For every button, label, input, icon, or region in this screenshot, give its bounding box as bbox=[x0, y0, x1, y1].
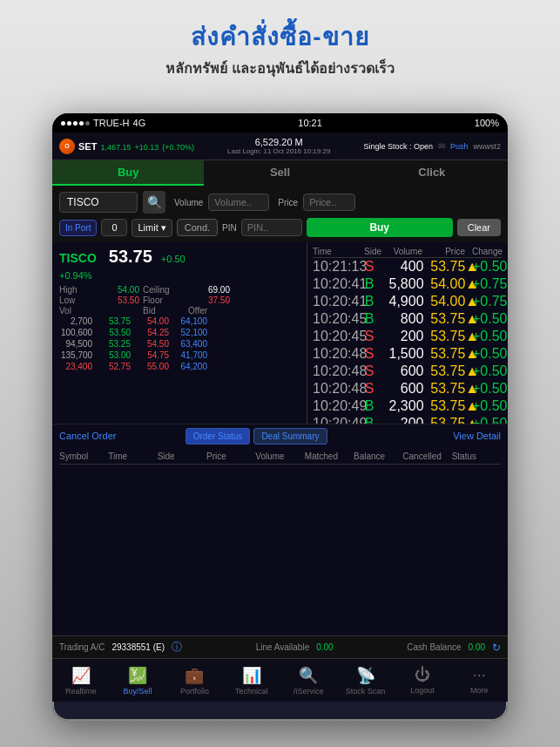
low-label: Low bbox=[59, 295, 94, 305]
tab-sell[interactable]: Sell bbox=[204, 160, 355, 186]
buy-button[interactable]: Buy bbox=[307, 218, 453, 237]
volume-label: Volume bbox=[174, 198, 203, 207]
trade-row: 10:20:41 B 5,800 54.00▲ +0.75 bbox=[313, 275, 503, 293]
signal-dot-4 bbox=[79, 121, 84, 126]
nav-portfolio[interactable]: 💼 Portfolio bbox=[166, 659, 223, 702]
stock-change: +0.50 bbox=[161, 254, 186, 264]
trade-history: Time Side Volume Price Change 10:21:13 S… bbox=[307, 242, 508, 424]
technical-icon: 📊 bbox=[242, 666, 261, 685]
floor-label: Floor bbox=[143, 295, 185, 305]
trade-change: +0.75 bbox=[472, 294, 503, 309]
tab-click[interactable]: Click bbox=[356, 160, 508, 186]
ceiling-label: Ceiling bbox=[143, 285, 185, 295]
trade-time: 10:20:48 bbox=[313, 363, 358, 379]
trade-change: +0.75 bbox=[472, 276, 503, 292]
price-input[interactable] bbox=[303, 194, 355, 211]
nav-logout[interactable]: ⏻ Logout bbox=[394, 659, 450, 702]
vol4: 135,700 bbox=[59, 350, 94, 361]
qty5: 64,200 bbox=[174, 361, 209, 372]
nav-iservice[interactable]: 🔍 /iService bbox=[280, 659, 337, 702]
ba-row-3: 94,500 53.25 54.50 63,400 bbox=[59, 338, 300, 350]
symbol-input[interactable] bbox=[59, 192, 138, 213]
limit-selector[interactable]: Limit ▾ bbox=[132, 219, 172, 237]
order-table-header: Symbol Time Side Price Volume Matched Ba… bbox=[59, 452, 501, 465]
trade-time: 10:20:48 bbox=[313, 381, 358, 397]
ba-row-5: 23,400 52.75 55.00 64,200 bbox=[59, 361, 300, 372]
login-label: Last Login: 11 Oct 2016 10:19:29 bbox=[227, 147, 330, 155]
ask4: 54.75 bbox=[136, 350, 171, 361]
trade-volume: 200 bbox=[389, 416, 424, 424]
pin-input[interactable] bbox=[241, 219, 302, 236]
realtime-label: Realtime bbox=[65, 687, 97, 696]
left-panel: TISCO 53.75 +0.50 +0.94% High 54.00 Ceil… bbox=[52, 242, 307, 424]
time-label: 10:21 bbox=[298, 118, 322, 128]
form-row-2: In Port 0 Limit ▾ Cond. PIN Buy Clear bbox=[59, 218, 501, 237]
tab-buy[interactable]: Buy bbox=[52, 160, 204, 186]
trade-price: 54.00▲ bbox=[430, 276, 465, 292]
volume-input[interactable] bbox=[208, 194, 269, 211]
nav-stockscan[interactable]: 📡 Stock Scan bbox=[337, 659, 394, 702]
trade-change: +0.50 bbox=[472, 416, 503, 424]
qty3: 63,400 bbox=[174, 338, 209, 350]
more-label: More bbox=[470, 686, 489, 695]
limit-label: Limit bbox=[138, 222, 158, 233]
trade-price: 54.00▲ bbox=[430, 294, 465, 309]
ba-row-2: 100,600 53.50 54.25 52,100 bbox=[59, 327, 300, 338]
view-detail-button[interactable]: View Detail bbox=[453, 431, 501, 441]
account-label: Trading A/C bbox=[59, 642, 105, 652]
deal-summary-button[interactable]: Deal Summary bbox=[253, 428, 327, 445]
cancel-order-button[interactable]: Cancel Order bbox=[59, 431, 186, 441]
cond-button[interactable]: Cond. bbox=[177, 219, 218, 236]
nav-realtime[interactable]: 📈 Realtime bbox=[52, 659, 109, 702]
hi-lo-grid: High 54.00 Ceiling 69.00 Low 53.50 Floor… bbox=[59, 285, 300, 316]
col-status: Status bbox=[452, 452, 501, 461]
high-label: High bbox=[59, 285, 94, 295]
signal-dot-3 bbox=[73, 121, 78, 126]
nav-buysell[interactable]: 💹 Buy/Sell bbox=[109, 659, 165, 702]
trade-row: 10:21:13 S 400 53.75▲ +0.50 bbox=[313, 258, 503, 275]
stock-row-1: TISCO 53.75 +0.50 +0.94% High 54.00 Ceil… bbox=[52, 242, 307, 374]
search-button[interactable]: 🔍 bbox=[143, 191, 165, 214]
line-label: Line Available bbox=[256, 642, 310, 652]
trade-time: 10:21:13 bbox=[313, 259, 358, 275]
th-col-time: Time bbox=[313, 247, 358, 256]
index-value: 1,467.15 bbox=[100, 143, 131, 152]
nav-more[interactable]: ··· More bbox=[451, 659, 508, 702]
bottom-bar: Trading A/C 29338551 (E) ⓘ Line Availabl… bbox=[52, 635, 508, 658]
ba-row-1: 2,700 53.75 54.00 64,100 bbox=[59, 316, 300, 327]
trade-time: 10:20:41 bbox=[313, 294, 358, 309]
trade-price: 53.75▲ bbox=[430, 363, 465, 379]
trade-price: 53.75▲ bbox=[430, 311, 465, 327]
in-port-value: 0 bbox=[101, 219, 127, 236]
trade-side: B bbox=[365, 398, 382, 414]
order-status-button[interactable]: Order Status bbox=[186, 428, 251, 445]
set-info: SET 1,467.15 +10.13 (+0.70%) bbox=[78, 141, 194, 152]
line-value: 0.00 bbox=[316, 642, 333, 652]
ask1: 54.00 bbox=[136, 316, 171, 327]
bid2: 53.50 bbox=[98, 327, 132, 338]
nav-technical[interactable]: 📊 Technical bbox=[223, 659, 280, 702]
trade-price: 53.75▲ bbox=[430, 416, 465, 424]
col-side: Side bbox=[158, 452, 206, 461]
set-logo: O SET 1,467.15 +10.13 (+0.70%) bbox=[59, 139, 194, 154]
realtime-icon: 📈 bbox=[71, 666, 91, 685]
push-label: Push bbox=[450, 142, 469, 151]
high-val: 54.00 bbox=[98, 285, 139, 295]
in-port-badge: In Port bbox=[59, 220, 97, 236]
set-icon: O bbox=[59, 139, 75, 154]
stock-symbol: TISCO bbox=[59, 251, 97, 265]
battery-label: 100% bbox=[475, 118, 499, 128]
trade-volume: 1,500 bbox=[389, 346, 424, 362]
envelope-icon: ✉ bbox=[438, 141, 445, 151]
stock-pct: +0.94% bbox=[59, 267, 300, 282]
app-header: O SET 1,467.15 +10.13 (+0.70%) 6,529.20 … bbox=[52, 132, 508, 160]
header-right: Single Stock : Open ✉ Push wwwst2 bbox=[363, 141, 501, 151]
clear-button[interactable]: Clear bbox=[457, 219, 501, 236]
col-balance: Balance bbox=[354, 452, 402, 461]
trade-change: +0.50 bbox=[472, 346, 503, 362]
low-val: 53.50 bbox=[98, 295, 139, 305]
trade-side: S bbox=[365, 381, 382, 397]
iservice-label: /iService bbox=[293, 687, 324, 696]
buysell-icon: 💹 bbox=[128, 666, 147, 685]
trade-side: S bbox=[365, 259, 382, 275]
